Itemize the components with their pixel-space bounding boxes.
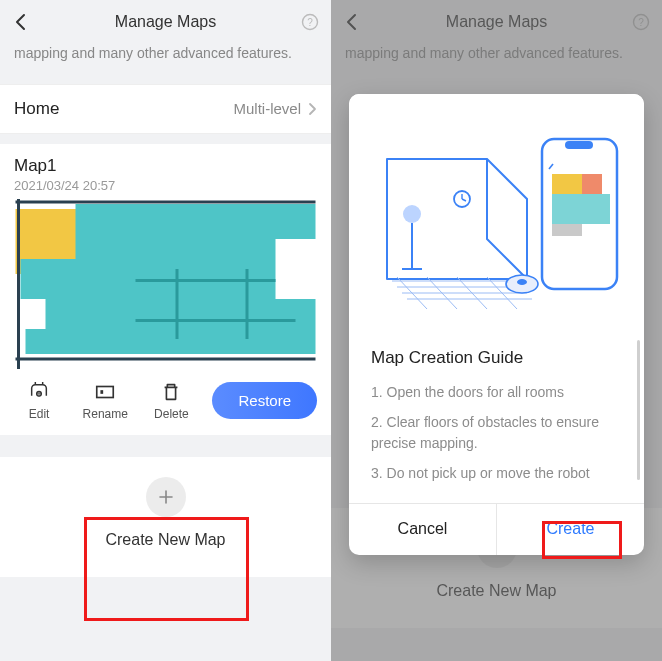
dialog-buttons: Cancel Create: [349, 503, 644, 555]
help-icon[interactable]: ?: [301, 13, 319, 31]
svg-point-15: [517, 279, 527, 285]
map-creation-dialog: Map Creation Guide 1. Open the doors for…: [349, 94, 644, 555]
delete-label: Delete: [154, 407, 189, 421]
edit-button[interactable]: Edit: [14, 381, 64, 421]
svg-rect-5: [136, 279, 276, 282]
guide-step: 3. Do not pick up or move the robot duri…: [371, 463, 622, 483]
restore-button[interactable]: Restore: [212, 382, 317, 419]
intro-text: mapping and many other advanced features…: [0, 44, 331, 78]
rename-button[interactable]: Rename: [80, 381, 130, 421]
plus-icon: [146, 477, 186, 517]
header: Manage Maps ?: [0, 0, 331, 44]
scroll-indicator[interactable]: [637, 340, 640, 480]
map-timestamp: 2021/03/24 20:57: [14, 178, 317, 193]
cancel-button[interactable]: Cancel: [349, 504, 497, 555]
dialog-illustration: [349, 94, 644, 334]
edit-label: Edit: [29, 407, 50, 421]
svg-rect-19: [582, 174, 602, 194]
svg-rect-6: [136, 319, 296, 322]
create-button[interactable]: Create: [497, 504, 644, 555]
dialog-title: Map Creation Guide: [371, 348, 622, 368]
svg-rect-17: [565, 141, 593, 149]
svg-point-12: [403, 205, 421, 223]
map-name: Map1: [14, 156, 317, 176]
trash-icon: [160, 381, 182, 403]
svg-text:?: ?: [307, 17, 313, 28]
svg-rect-21: [552, 224, 582, 236]
screen-left: Manage Maps ? mapping and many other adv…: [0, 0, 331, 661]
map-actions: Edit Rename Delete Restore: [14, 381, 317, 421]
home-value-wrap: Multi-level: [233, 100, 317, 117]
create-new-map-label: Create New Map: [14, 531, 317, 549]
back-button[interactable]: [12, 13, 30, 31]
screen-right: Manage Maps ? mapping and many other adv…: [331, 0, 662, 661]
create-new-map-card[interactable]: Create New Map: [0, 457, 331, 577]
home-row[interactable]: Home Multi-level: [0, 84, 331, 134]
dialog-body: Map Creation Guide 1. Open the doors for…: [349, 334, 644, 503]
svg-rect-9: [101, 390, 104, 394]
map-card: Map1 2021/03/24 20:57 Edit Rename: [0, 144, 331, 435]
guide-step: 2. Clear floors of obstacles to ensure p…: [371, 412, 622, 453]
guide-step: 1. Open the doors for all rooms: [371, 382, 622, 402]
page-title: Manage Maps: [115, 13, 216, 31]
edit-icon: [28, 381, 50, 403]
home-label: Home: [14, 99, 59, 119]
rename-icon: [94, 381, 116, 403]
chevron-right-icon: [307, 102, 317, 116]
rename-label: Rename: [83, 407, 128, 421]
svg-rect-20: [552, 194, 610, 224]
home-value: Multi-level: [233, 100, 301, 117]
map-preview[interactable]: [14, 199, 317, 369]
svg-rect-8: [97, 386, 114, 397]
delete-button[interactable]: Delete: [146, 381, 196, 421]
svg-rect-18: [552, 174, 582, 194]
